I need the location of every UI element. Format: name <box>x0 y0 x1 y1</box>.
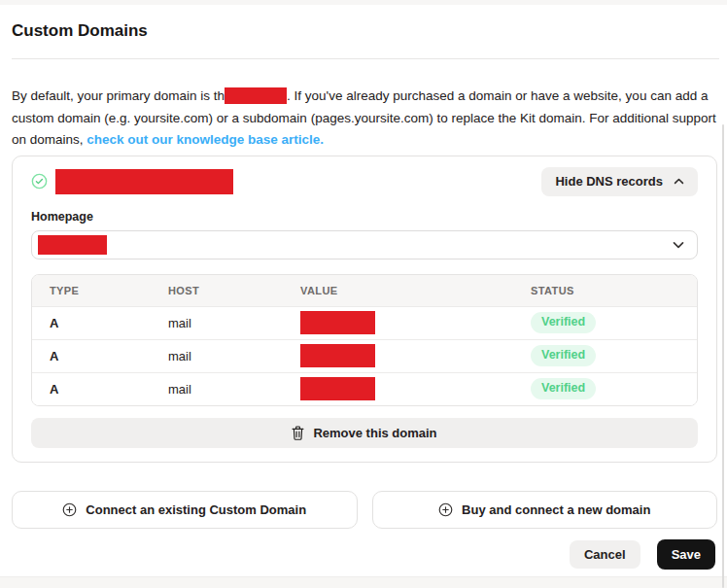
column-header-type: TYPE <box>50 285 168 296</box>
trash-icon <box>292 426 304 440</box>
chevron-up-icon <box>674 178 684 185</box>
table-row: A mail Verified <box>32 339 697 372</box>
plus-circle-icon <box>438 502 453 517</box>
knowledge-base-link[interactable]: check out our knowledge base article. <box>87 132 324 147</box>
top-strip <box>0 0 727 5</box>
homepage-select[interactable] <box>31 230 698 259</box>
column-header-host: HOST <box>168 285 300 296</box>
domain-actions-row: Connect an existing Custom Domain Buy an… <box>12 491 717 529</box>
scrollbar[interactable] <box>722 124 724 588</box>
column-header-value: VALUE <box>300 285 531 296</box>
dns-status-badge: Verified <box>531 312 596 333</box>
hide-dns-records-label: Hide DNS records <box>555 174 663 189</box>
domain-card-header: Hide DNS records <box>31 167 698 196</box>
table-row: A mail Verified <box>32 372 697 405</box>
dns-host: mail <box>168 382 300 397</box>
remove-domain-label: Remove this domain <box>313 426 436 440</box>
chevron-down-icon <box>673 241 684 249</box>
table-row: A mail Verified <box>32 306 697 339</box>
homepage-value-redaction <box>38 235 107 255</box>
bottom-strip <box>0 576 727 588</box>
check-circle-icon <box>31 173 48 190</box>
buy-new-domain-button[interactable]: Buy and connect a new domain <box>372 491 718 529</box>
column-header-status: STATUS <box>531 285 697 296</box>
dns-status-badge: Verified <box>531 345 596 366</box>
section-divider <box>12 58 719 59</box>
connect-existing-domain-label: Connect an existing Custom Domain <box>86 502 306 517</box>
dns-value-redaction <box>300 344 375 367</box>
intro-text-before: By default, your primary domain is th <box>12 88 225 103</box>
dns-type: A <box>50 382 168 397</box>
remove-domain-button[interactable]: Remove this domain <box>31 418 698 448</box>
buy-new-domain-label: Buy and connect a new domain <box>462 502 650 517</box>
page-title: Custom Domains <box>12 19 727 43</box>
hide-dns-records-button[interactable]: Hide DNS records <box>541 167 698 196</box>
save-button[interactable]: Save <box>657 539 715 570</box>
plus-circle-icon <box>62 502 77 517</box>
dns-value-redaction <box>300 311 375 334</box>
primary-domain-redaction <box>225 87 287 104</box>
domain-name-redaction <box>55 169 233 194</box>
dns-table-header: TYPE HOST VALUE STATUS <box>32 275 697 306</box>
domain-card: Hide DNS records Homepage TYPE HOST VALU… <box>12 156 717 463</box>
intro-paragraph: By default, your primary domain is th. I… <box>12 86 717 152</box>
dns-type: A <box>50 316 168 330</box>
cancel-button[interactable]: Cancel <box>570 540 640 569</box>
dns-status-badge: Verified <box>531 378 596 399</box>
homepage-label: Homepage <box>31 208 698 225</box>
form-footer: Cancel Save <box>0 539 715 570</box>
dns-value-redaction <box>300 377 375 400</box>
dns-host: mail <box>168 316 300 330</box>
connect-existing-domain-button[interactable]: Connect an existing Custom Domain <box>12 491 358 529</box>
dns-records-table: TYPE HOST VALUE STATUS A mail Verified A… <box>31 274 698 406</box>
dns-host: mail <box>168 349 300 363</box>
dns-type: A <box>50 349 168 363</box>
domain-identity <box>31 169 233 194</box>
dns-table-body: A mail Verified A mail Verified A mail V… <box>32 306 697 405</box>
